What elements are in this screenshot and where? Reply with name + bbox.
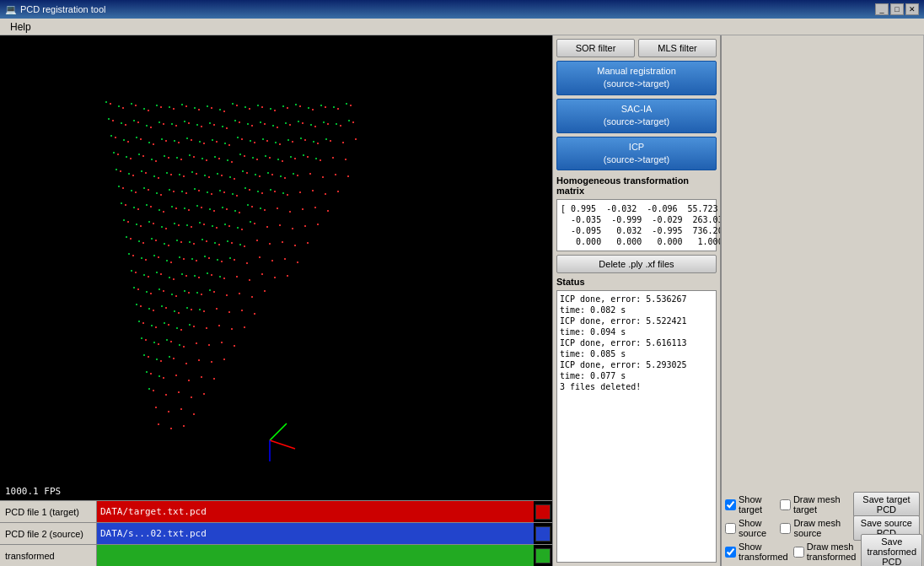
svg-rect-211: [203, 310, 205, 312]
svg-rect-333: [116, 169, 117, 170]
svg-rect-167: [307, 242, 309, 244]
draw-mesh-target-label: Draw mesh target: [793, 494, 848, 515]
svg-rect-249: [191, 396, 192, 398]
svg-rect-117: [312, 190, 314, 191]
mls-filter-button[interactable]: MLS filter: [638, 39, 717, 57]
svg-rect-50: [191, 139, 192, 141]
svg-rect-270: [257, 105, 259, 106]
svg-rect-241: [163, 377, 164, 379]
close-button[interactable]: ✕: [905, 3, 919, 15]
svg-rect-301: [148, 142, 150, 143]
svg-rect-296: [336, 123, 337, 125]
svg-rect-175: [221, 261, 223, 262]
svg-rect-154: [142, 242, 144, 244]
svg-rect-125: [188, 209, 190, 211]
svg-rect-157: [180, 241, 182, 243]
svg-rect-110: [223, 191, 225, 193]
svg-rect-45: [127, 141, 129, 143]
svg-rect-310: [262, 138, 264, 140]
draw-mesh-source-checkbox[interactable]: [780, 523, 791, 534]
draw-mesh-transformed-cb-label[interactable]: Draw mesh transformed: [793, 542, 857, 562]
svg-rect-134: [302, 208, 304, 210]
svg-rect-247: [165, 394, 167, 396]
svg-rect-385: [126, 236, 127, 238]
show-source-cb-label[interactable]: Show source: [725, 518, 775, 538]
show-transformed-checkbox[interactable]: [725, 547, 736, 558]
svg-rect-112: [249, 189, 250, 191]
svg-rect-277: [346, 103, 347, 105]
svg-rect-86: [158, 177, 159, 179]
minimize-button[interactable]: _: [875, 3, 889, 15]
svg-rect-114: [274, 191, 276, 192]
svg-rect-346: [280, 175, 282, 177]
svg-rect-77: [282, 160, 283, 162]
svg-rect-300: [136, 137, 137, 138]
matrix-label: Homogeneous transformation matrix: [556, 175, 717, 196]
svg-rect-27: [150, 127, 152, 128]
svg-rect-58: [292, 141, 293, 143]
draw-mesh-target-checkbox[interactable]: [780, 499, 791, 510]
fps-label: 1000.1 FPS: [5, 486, 61, 497]
svg-rect-85: [145, 172, 147, 174]
svg-rect-75: [256, 159, 258, 160]
svg-rect-287: [222, 126, 223, 127]
svg-rect-68: [168, 157, 169, 159]
svg-rect-382: [224, 224, 226, 225]
svg-rect-107: [185, 192, 187, 194]
show-target-label: Show target: [739, 494, 775, 515]
svg-rect-93: [246, 172, 248, 174]
svg-rect-10: [185, 105, 187, 107]
sac-ia-button[interactable]: SAC-IA (source->target): [556, 99, 717, 133]
svg-rect-286: [209, 122, 211, 124]
svg-rect-293: [298, 121, 299, 122]
svg-rect-216: [142, 322, 144, 324]
svg-rect-434: [143, 354, 145, 356]
svg-rect-44: [115, 137, 116, 138]
svg-rect-39: [302, 122, 304, 124]
delete-files-button[interactable]: Delete .ply .xf files: [556, 255, 717, 273]
svg-rect-232: [234, 345, 235, 347]
svg-rect-362: [121, 202, 122, 204]
maximize-button[interactable]: □: [890, 3, 904, 15]
svg-rect-381: [212, 225, 213, 227]
save-target-pcd-button[interactable]: Save target PCD: [853, 492, 920, 517]
svg-rect-407: [169, 277, 170, 278]
svg-rect-347: [293, 173, 294, 175]
file-rows: PCD file 1 (target) DATA/target.txt.pcd …: [0, 500, 552, 566]
svg-rect-290: [260, 121, 261, 123]
svg-rect-196: [150, 293, 152, 294]
draw-mesh-transformed-checkbox[interactable]: [793, 547, 804, 558]
svg-rect-66: [142, 155, 144, 157]
draw-mesh-target-cb-label[interactable]: Draw mesh target: [780, 494, 848, 515]
icp-button[interactable]: ICP (source->target): [556, 137, 717, 171]
svg-rect-53: [228, 144, 230, 146]
svg-rect-31: [201, 126, 202, 127]
svg-rect-377: [161, 226, 163, 228]
svg-rect-26: [137, 121, 139, 123]
help-menu[interactable]: Help: [3, 19, 38, 35]
svg-rect-252: [168, 411, 169, 412]
svg-rect-128: [226, 208, 228, 210]
svg-rect-303: [174, 140, 175, 142]
show-target-cb-label[interactable]: Show target: [725, 494, 775, 515]
svg-rect-61: [330, 140, 331, 142]
svg-rect-393: [227, 240, 228, 242]
manual-registration-button[interactable]: Manual registration (source->target): [556, 61, 717, 95]
svg-rect-71: [206, 159, 207, 161]
save-transformed-pcd-button[interactable]: Save transformed PCD: [861, 534, 922, 566]
show-transformed-cb-label[interactable]: Show transformed: [725, 542, 788, 562]
sor-filter-button[interactable]: SOR filter: [556, 39, 635, 57]
svg-rect-373: [260, 208, 261, 209]
svg-rect-416: [184, 290, 185, 292]
svg-rect-34: [239, 121, 240, 123]
svg-rect-7: [148, 110, 149, 111]
svg-rect-313: [300, 137, 302, 139]
svg-rect-74: [244, 155, 245, 157]
show-target-checkbox[interactable]: [725, 499, 736, 510]
svg-rect-67: [155, 160, 157, 162]
svg-rect-188: [211, 274, 212, 276]
show-source-checkbox[interactable]: [725, 523, 736, 534]
svg-rect-180: [284, 258, 286, 260]
draw-mesh-source-cb-label[interactable]: Draw mesh source: [780, 518, 847, 538]
svg-rect-417: [196, 292, 198, 294]
